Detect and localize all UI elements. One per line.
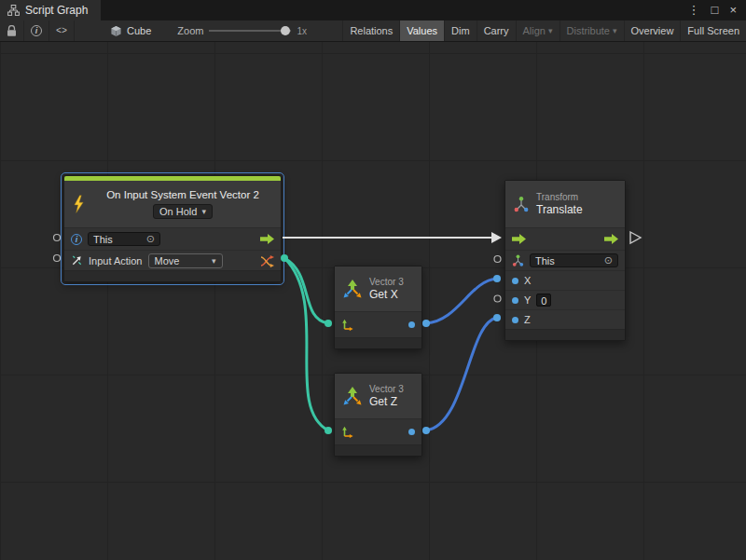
zoom-label: Zoom (177, 25, 203, 36)
script-graph-icon (7, 5, 20, 16)
carry-button[interactable]: Carry (477, 20, 516, 41)
zoom-slider[interactable] (209, 20, 291, 41)
node-on-input-system-event-vector2[interactable]: On Input System Event Vector 2 On Hold ▾… (63, 175, 282, 282)
node-title: On Input System Event Vector 2 (106, 189, 259, 200)
chevron-down-icon: ▾ (201, 207, 206, 216)
input-action-value: Move (155, 255, 180, 266)
unity-visual-scripting-window: Script Graph ⋮ □ × i <> Cube (0, 0, 746, 560)
graph-toolbar: i <> Cube Zoom 1x Relations Values (0, 20, 746, 42)
dim-button[interactable]: Dim (444, 20, 477, 41)
wire-exec-arrowhead (491, 232, 502, 243)
on-hold-arrows-icon[interactable] (260, 254, 274, 267)
translate-z-port[interactable] (493, 314, 501, 321)
distribute-button[interactable]: Distribute ▾ (560, 20, 624, 41)
translate-title: Translate (536, 203, 583, 217)
overview-label: Overview (631, 25, 674, 36)
get-x-result-dot[interactable] (408, 321, 415, 328)
event-this-field[interactable]: This ⊙ (88, 232, 160, 246)
target-icon[interactable]: ⊙ (146, 234, 155, 244)
node-vector3-get-z[interactable]: Vector 3 Get Z (334, 373, 422, 457)
cube-icon (110, 25, 122, 37)
values-label: Values (407, 25, 437, 36)
axes-icon (341, 319, 353, 331)
z-port-dot[interactable] (512, 317, 518, 323)
tab-script-graph[interactable]: Script Graph (0, 0, 101, 20)
translate-category: Transform (536, 191, 583, 203)
edit-source-button[interactable]: <> (49, 20, 75, 41)
get-z-output-port[interactable] (422, 427, 430, 434)
input-action-icon (71, 254, 83, 266)
info-button[interactable]: i (24, 20, 49, 41)
get-z-result-dot[interactable] (408, 429, 415, 435)
translate-y-port[interactable] (494, 295, 501, 302)
target-icon[interactable]: ⊙ (604, 255, 613, 266)
wire-vector2-to-getz (284, 258, 328, 430)
translate-x-row: X (505, 270, 625, 290)
zoom-value: 1x (297, 26, 307, 36)
zoom-slider-knob[interactable] (281, 26, 290, 35)
window-maximize-button[interactable]: □ (706, 0, 725, 20)
event-vector2-port[interactable] (281, 254, 288, 262)
translate-this-value: This (535, 255, 555, 266)
event-mode-dropdown[interactable]: On Hold ▾ (153, 204, 213, 219)
get-z-port-row (335, 418, 421, 444)
translate-header: Transform Translate (505, 181, 625, 227)
translate-this-field[interactable]: This ⊙ (530, 253, 618, 267)
info-icon: i (71, 234, 82, 245)
translate-z-row: Z (505, 309, 625, 329)
lightning-icon (72, 195, 86, 213)
graph-canvas[interactable]: On Input System Event Vector 2 On Hold ▾… (0, 42, 746, 560)
translate-footer (505, 329, 625, 340)
trigger-input-arrow-icon[interactable] (512, 234, 526, 244)
values-button[interactable]: Values (399, 20, 444, 41)
input-action-dropdown[interactable]: Move ▾ (148, 253, 223, 268)
wire-vector2-to-getx (284, 258, 328, 323)
get-x-port-row (335, 311, 421, 337)
get-x-input-port[interactable] (325, 320, 332, 327)
event-this-value: This (93, 234, 113, 245)
translate-this-port[interactable] (494, 256, 501, 263)
y-value-input[interactable]: 0 (536, 294, 551, 307)
x-port-dot[interactable] (512, 278, 518, 284)
overview-button[interactable]: Overview (624, 20, 681, 41)
event-mode-value: On Hold (159, 206, 197, 217)
vector3-icon (342, 279, 363, 299)
lock-button[interactable] (0, 20, 24, 41)
get-z-footer (335, 444, 421, 456)
distribute-label: Distribute (567, 25, 610, 36)
event-node-footer (64, 270, 281, 281)
event-extra-in-port[interactable] (54, 255, 61, 262)
window-close-button[interactable]: × (724, 0, 742, 20)
trigger-output-arrow-icon[interactable] (604, 234, 618, 244)
vector3-icon (342, 386, 363, 406)
graph-target[interactable]: Cube (103, 20, 159, 41)
translate-y-row: Y 0 (505, 290, 625, 309)
lock-icon (7, 25, 17, 37)
chevron-down-icon: ▾ (613, 26, 617, 35)
node-vector3-get-x[interactable]: Vector 3 Get X (334, 266, 422, 349)
window-menu-button[interactable]: ⋮ (683, 0, 706, 20)
input-action-label: Input Action (89, 255, 143, 266)
get-x-category: Vector 3 (369, 276, 404, 288)
relations-button[interactable]: Relations (342, 20, 399, 41)
get-z-input-port[interactable] (325, 427, 332, 434)
align-button[interactable]: Align ▾ (516, 20, 560, 41)
get-x-footer (335, 337, 421, 348)
get-x-output-port[interactable] (422, 320, 430, 327)
fullscreen-button[interactable]: Full Screen (680, 20, 746, 41)
zoom-slider-track[interactable] (209, 30, 291, 32)
align-label: Align (523, 25, 546, 36)
translate-x-port[interactable] (493, 275, 501, 282)
node-transform-translate[interactable]: Transform Translate (504, 180, 626, 341)
code-icon: <> (56, 26, 67, 36)
event-trigger-in-port[interactable] (54, 235, 61, 241)
get-z-header: Vector 3 Get Z (335, 374, 421, 418)
chevron-down-icon: ▾ (212, 256, 216, 266)
trigger-output-arrow-icon[interactable] (260, 234, 274, 244)
toolbar-button-group: Relations Values Dim Carry Align ▾ Distr… (342, 20, 746, 41)
tab-title: Script Graph (25, 4, 88, 17)
event-node-header: On Input System Event Vector 2 On Hold ▾ (64, 181, 281, 227)
y-port-dot[interactable] (512, 297, 518, 304)
z-port-label: Z (524, 314, 531, 325)
window-controls: ⋮ □ × (683, 0, 746, 20)
